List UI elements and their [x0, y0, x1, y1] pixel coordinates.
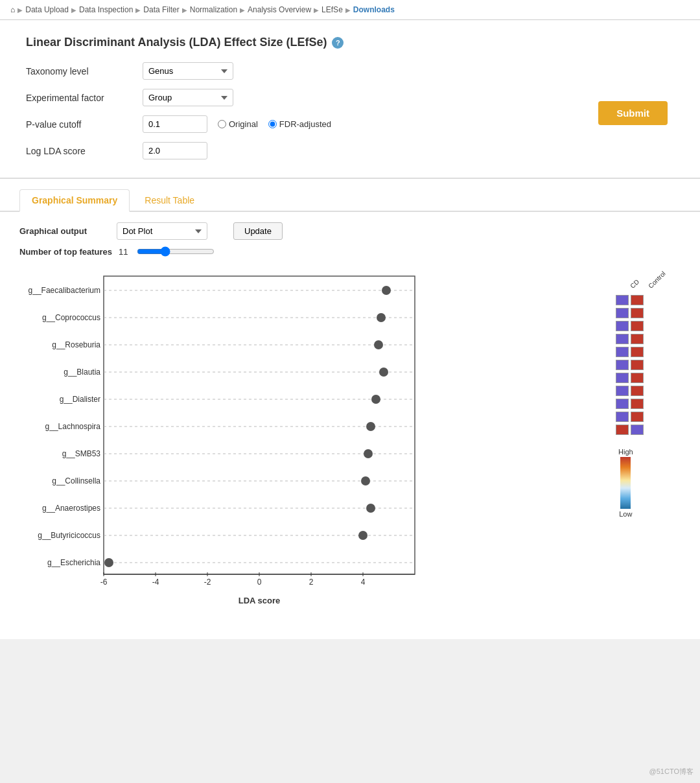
top-features-group: Number of top features 11: [19, 246, 215, 257]
help-icon[interactable]: ?: [332, 37, 344, 49]
sep-6: ▶: [345, 6, 351, 14]
chart-area: g__Faecalibacterium g__Coprococcus g__Ro…: [0, 263, 700, 620]
legend-cd-5: [616, 360, 629, 370]
legend-cd-2: [616, 321, 629, 331]
taxonomy-level-row: Genus Family Order Class Phylum: [143, 62, 331, 80]
tab-graphical-summary[interactable]: Graphical Summary: [19, 189, 130, 212]
legend-row-10: [616, 425, 644, 435]
colorbar-high-label: High: [618, 448, 633, 456]
log-lda-label: Log LDA score: [26, 146, 143, 156]
legend-row-3: [616, 334, 644, 344]
breadcrumb-data-filter[interactable]: Data Filter: [143, 5, 179, 14]
svg-point-24: [361, 476, 370, 485]
svg-text:g__Roseburia: g__Roseburia: [52, 340, 100, 349]
breadcrumb-data-inspection[interactable]: Data Inspection: [79, 5, 133, 14]
legend-ctrl-7: [631, 386, 644, 396]
top-panel: Linear Discriminant Analysis (LDA) Effec…: [0, 20, 700, 179]
breadcrumb-lefse[interactable]: LEfSe: [321, 5, 343, 14]
svg-text:g__Collinsella: g__Collinsella: [52, 476, 100, 485]
graphical-output-group: Graphical output Dot Plot Bar Plot: [19, 222, 207, 240]
legend-ctrl-8: [631, 399, 644, 409]
sep-2: ▶: [135, 6, 141, 14]
legend-row-7: [616, 386, 644, 396]
legend-cd-6: [616, 373, 629, 383]
taxonomy-level-label: Taxonomy level: [26, 66, 143, 76]
svg-text:g__Coprococcus: g__Coprococcus: [42, 313, 100, 322]
svg-text:g__Dialister: g__Dialister: [60, 395, 100, 404]
submit-button[interactable]: Submit: [598, 101, 668, 125]
svg-text:0: 0: [257, 578, 262, 587]
top-features-slider[interactable]: [137, 246, 215, 257]
legend-row-0: [616, 295, 644, 305]
svg-text:2: 2: [309, 578, 314, 587]
legend-ctrl-2: [631, 321, 644, 331]
legend-row-1: [616, 308, 644, 318]
experimental-factor-select[interactable]: Group: [143, 89, 233, 106]
original-radio-label[interactable]: Original: [218, 119, 258, 129]
original-radio[interactable]: [218, 120, 226, 128]
fdr-label: FDR-adjusted: [279, 119, 331, 129]
legend-ctrl-10: [631, 425, 644, 435]
breadcrumb-normalization[interactable]: Normalization: [190, 5, 237, 14]
legend-ctrl-3: [631, 334, 644, 344]
legend-row-2: [616, 321, 644, 331]
breadcrumb: ⌂ ▶ Data Upload ▶ Data Inspection ▶ Data…: [0, 0, 700, 20]
top-features-label: Number of top features: [19, 247, 112, 257]
pvalue-cutoff-label: P-value cutoff: [26, 119, 143, 130]
legend-ctrl-4: [631, 347, 644, 357]
colorbar: [620, 457, 631, 509]
svg-text:-4: -4: [152, 578, 159, 587]
svg-text:g__Butyricicoccus: g__Butyricicoccus: [38, 531, 100, 540]
svg-point-6: [377, 313, 386, 322]
legend-ctrl-6: [631, 373, 644, 383]
legend-row-5: [616, 360, 644, 370]
sep-5: ▶: [314, 6, 319, 14]
legend-ctrl-5: [631, 360, 644, 370]
graphical-output-label: Graphical output: [19, 226, 110, 236]
legend-cd-8: [616, 399, 629, 409]
graphical-output-select[interactable]: Dot Plot Bar Plot: [117, 222, 207, 240]
panel-title-text: Linear Discriminant Analysis (LDA) Effec…: [26, 36, 327, 49]
log-lda-row: [143, 142, 331, 159]
svg-text:g__SMB53: g__SMB53: [62, 449, 101, 458]
legend-cd-0: [616, 295, 629, 305]
breadcrumb-data-upload[interactable]: Data Upload: [25, 5, 69, 14]
svg-point-33: [104, 558, 113, 567]
svg-text:4: 4: [361, 578, 366, 587]
tabs-container: Graphical Summary Result Table: [0, 179, 700, 212]
controls-row: Graphical output Dot Plot Bar Plot Updat…: [0, 212, 700, 246]
svg-point-15: [371, 395, 380, 404]
log-lda-input[interactable]: [143, 142, 207, 159]
fdr-radio[interactable]: [268, 120, 277, 128]
svg-text:g__Blautia: g__Blautia: [64, 368, 100, 377]
svg-point-30: [358, 531, 368, 540]
sep-4: ▶: [240, 6, 245, 14]
svg-text:g__Escherichia: g__Escherichia: [47, 558, 100, 567]
svg-point-12: [379, 368, 388, 377]
legend-cd-4: [616, 347, 629, 357]
svg-text:g__Faecalibacterium: g__Faecalibacterium: [29, 286, 100, 295]
settings-form: Taxonomy level Genus Family Order Class …: [26, 62, 331, 159]
cd-col-label: CD: [629, 275, 643, 290]
legend-row-6: [616, 373, 644, 383]
legend-cd-1: [616, 308, 629, 318]
legend-cd-3: [616, 334, 629, 344]
legend-ctrl-1: [631, 308, 644, 318]
home-icon[interactable]: ⌂: [10, 5, 15, 14]
control-col-label: Control: [647, 275, 661, 290]
dot-plot-wrap: g__Faecalibacterium g__Coprococcus g__Ro…: [19, 270, 603, 613]
update-button[interactable]: Update: [233, 222, 283, 240]
breadcrumb-analysis-overview[interactable]: Analysis Overview: [248, 5, 311, 14]
fdr-radio-label[interactable]: FDR-adjusted: [268, 119, 331, 129]
svg-point-27: [366, 504, 375, 513]
colorbar-low-label: Low: [619, 510, 632, 518]
svg-point-18: [366, 422, 375, 431]
taxonomy-level-select[interactable]: Genus Family Order Class Phylum: [143, 62, 233, 80]
pvalue-cutoff-input[interactable]: [143, 115, 207, 133]
dot-plot-svg: g__Faecalibacterium g__Coprococcus g__Ro…: [19, 270, 460, 613]
legend-cd-7: [616, 386, 629, 396]
tab-result-table[interactable]: Result Table: [132, 189, 207, 211]
svg-text:-6: -6: [100, 578, 108, 587]
features-row: Number of top features 11: [0, 246, 700, 263]
top-features-value: 11: [119, 247, 128, 257]
